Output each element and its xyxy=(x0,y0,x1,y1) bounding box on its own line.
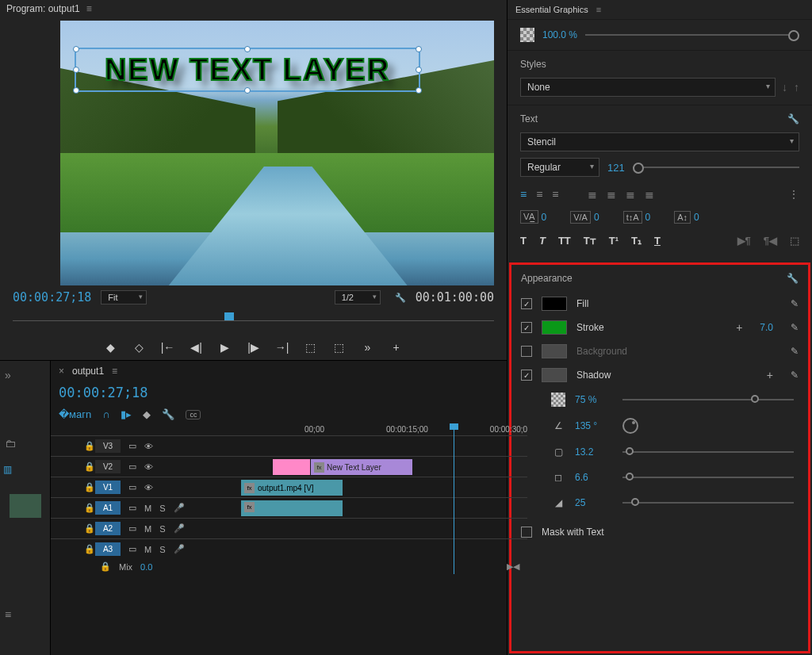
superscript-icon[interactable]: T¹ xyxy=(609,235,619,247)
clip-video[interactable]: fxoutput1.mp4 [V] xyxy=(241,480,343,496)
shadow-blur-slider[interactable] xyxy=(622,502,794,504)
baseline-value[interactable]: 0 xyxy=(694,212,699,223)
extract-icon[interactable]: ⬚ xyxy=(332,341,347,354)
settings-icon[interactable]: 🔧 xyxy=(395,293,406,303)
underline-icon[interactable]: T xyxy=(654,235,661,247)
marker-icon[interactable]: ◆ xyxy=(143,408,151,420)
font-weight-select[interactable]: Regular xyxy=(520,158,599,177)
track-label-v1[interactable]: V1 xyxy=(95,481,121,494)
subscript-icon[interactable]: T₁ xyxy=(631,235,642,247)
add-shadow-icon[interactable]: + xyxy=(767,369,773,381)
shadow-opacity-value[interactable]: 75 % xyxy=(575,394,613,405)
step-fwd-icon[interactable]: |▶ xyxy=(247,341,261,354)
ltr-icon[interactable]: ▶¶ xyxy=(737,235,751,247)
sequence-timecode[interactable]: 00:00:27;18 xyxy=(51,381,527,404)
eye-icon[interactable]: 👁 xyxy=(144,462,153,472)
more-icon[interactable]: » xyxy=(361,341,375,354)
angle-dial[interactable] xyxy=(622,418,638,434)
opacity-value[interactable]: 100.0 % xyxy=(542,29,577,40)
mix-value[interactable]: 0.0 xyxy=(140,562,152,572)
stroke-checkbox[interactable] xyxy=(521,322,532,333)
lock-icon[interactable]: 🔒 xyxy=(84,482,95,492)
stroke-swatch[interactable] xyxy=(542,320,567,335)
toggle-icon[interactable]: ▭ xyxy=(128,544,136,554)
list-view-icon[interactable]: ▥ xyxy=(0,458,50,475)
justify-left-icon[interactable]: ≣ xyxy=(588,188,597,201)
appearance-settings-icon[interactable]: 🔧 xyxy=(787,273,799,284)
solo-icon[interactable]: S xyxy=(159,545,165,554)
program-scrubber[interactable] xyxy=(13,311,494,330)
eyedropper-icon[interactable]: ✎ xyxy=(791,370,799,381)
opacity-slider[interactable] xyxy=(585,34,799,36)
shadow-blur-value[interactable]: 25 xyxy=(575,497,613,508)
pull-style-icon[interactable]: ↑ xyxy=(794,81,799,94)
add-stroke-icon[interactable]: + xyxy=(736,321,742,334)
tracking-value[interactable]: 0 xyxy=(542,212,547,223)
shadow-distance-value[interactable]: 13.2 xyxy=(575,446,613,458)
lock-icon[interactable]: 🔒 xyxy=(84,503,95,513)
fill-swatch[interactable] xyxy=(542,297,567,311)
lock-icon[interactable]: 🔒 xyxy=(84,441,95,451)
track-label-a2[interactable]: A2 xyxy=(95,522,121,535)
lock-icon[interactable]: 🔒 xyxy=(84,462,95,472)
mute-icon[interactable]: M xyxy=(144,545,151,554)
seq-menu-icon[interactable]: ≡ xyxy=(112,366,117,377)
lift-icon[interactable]: ⬚ xyxy=(304,341,318,354)
shadow-distance-slider[interactable] xyxy=(622,451,794,453)
new-item-icon[interactable]: ≡ xyxy=(0,600,50,629)
toggle-icon[interactable]: ▭ xyxy=(128,503,136,513)
mute-icon[interactable]: M xyxy=(144,504,151,513)
shadow-size-slider[interactable] xyxy=(622,477,794,478)
magnet-icon[interactable]: ∩ xyxy=(102,408,109,420)
indent-icon[interactable]: ⋮ xyxy=(788,188,799,201)
toggle-icon[interactable]: ▭ xyxy=(128,523,136,534)
play-icon[interactable]: ▶ xyxy=(218,341,232,354)
mute-icon[interactable]: M xyxy=(144,524,151,534)
eye-icon[interactable]: 👁 xyxy=(144,442,153,451)
eyedropper-icon[interactable]: ✎ xyxy=(791,322,799,333)
add-icon[interactable]: + xyxy=(389,341,404,354)
shadow-swatch[interactable] xyxy=(542,368,567,382)
eyedropper-icon[interactable]: ✎ xyxy=(791,346,799,357)
font-size-value[interactable]: 121 xyxy=(607,162,625,174)
panel-menu-icon[interactable]: ≡ xyxy=(86,3,92,14)
cc-icon[interactable]: cc xyxy=(186,410,201,419)
track-label-v3[interactable]: V3 xyxy=(95,439,121,453)
shadow-angle-value[interactable]: 135 ° xyxy=(575,420,613,431)
align-right-icon[interactable]: ≡ xyxy=(552,188,558,201)
track-label-a3[interactable]: A3 xyxy=(95,542,121,556)
bold-icon[interactable]: T xyxy=(520,235,527,247)
mic-icon[interactable]: 🎤 xyxy=(174,523,185,534)
kerning-value[interactable]: 0 xyxy=(594,212,599,223)
toggle-icon[interactable]: ▭ xyxy=(128,441,136,451)
collapse-icon[interactable]: ▶◀ xyxy=(507,561,519,572)
zoom-select[interactable]: Fit xyxy=(101,290,147,305)
mark-out-icon[interactable]: ◇ xyxy=(132,341,147,354)
shadow-size-value[interactable]: 6.6 xyxy=(575,472,613,483)
linked-icon[interactable]: ▮▸ xyxy=(121,408,132,420)
text-settings-icon[interactable]: 🔧 xyxy=(787,113,799,124)
shadow-opacity-slider[interactable] xyxy=(622,399,794,400)
wrench2-icon[interactable]: 🔧 xyxy=(162,408,174,420)
eye-icon[interactable]: 👁 xyxy=(144,483,153,492)
push-style-icon[interactable]: ↓ xyxy=(782,81,787,94)
step-back-icon[interactable]: ◀| xyxy=(190,341,204,354)
tategaki-icon[interactable]: ⬚ xyxy=(790,235,799,247)
allcaps-icon[interactable]: TT xyxy=(558,235,571,247)
justify-all-icon[interactable]: ≣ xyxy=(645,188,654,201)
clip-pink[interactable] xyxy=(273,459,310,475)
track-label-v2[interactable]: V2 xyxy=(95,460,121,473)
background-swatch[interactable] xyxy=(542,344,567,358)
leading-value[interactable]: 0 xyxy=(645,212,651,223)
bin-icon[interactable]: 🗀 xyxy=(0,429,50,458)
current-timecode[interactable]: 00:00:27;18 xyxy=(13,290,91,305)
lock-icon[interactable]: 🔒 xyxy=(100,561,111,572)
snap-icon[interactable]: �магn xyxy=(59,408,91,420)
align-left-icon[interactable]: ≡ xyxy=(520,188,527,201)
mic-icon[interactable]: 🎤 xyxy=(174,503,185,513)
toggle-icon[interactable]: ▭ xyxy=(128,482,136,492)
mic-icon[interactable]: 🎤 xyxy=(174,544,185,554)
align-center-icon[interactable]: ≡ xyxy=(536,188,542,201)
go-in-icon[interactable]: |← xyxy=(161,341,175,354)
justify-right-icon[interactable]: ≣ xyxy=(626,188,635,201)
